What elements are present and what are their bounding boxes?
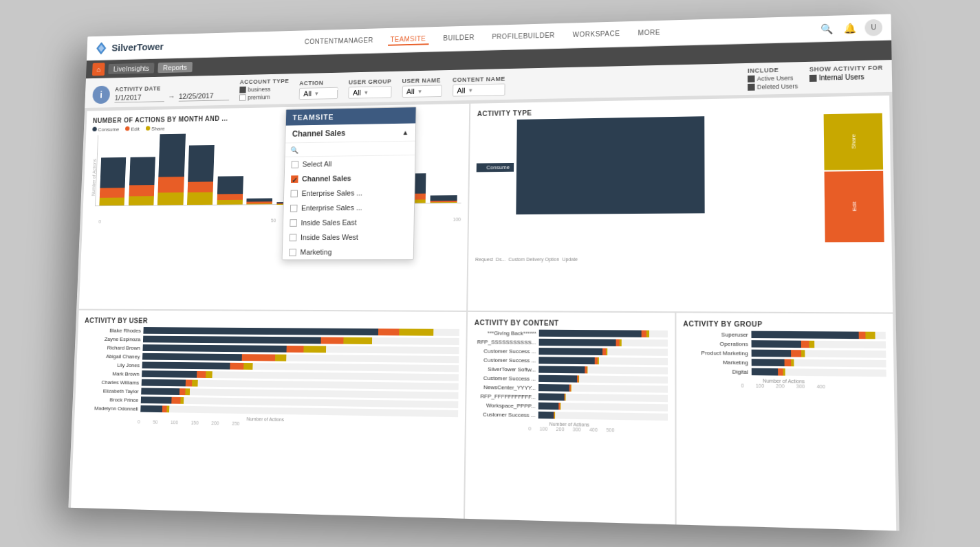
user-avatar[interactable]: U (864, 19, 882, 36)
select-all-checkbox (292, 161, 299, 168)
group-chart-title: ACTIVITY BY GROUP (683, 320, 885, 329)
share-seg (571, 385, 571, 392)
bar-track-7 (538, 393, 668, 402)
bar-label-9: Customer Success ... (473, 411, 536, 418)
bar-fill-4 (538, 366, 667, 374)
bar-label-4: Digital (683, 368, 748, 375)
bar-row-3: Customer Success ... (474, 356, 667, 365)
action-dropdown[interactable]: All ▼ (299, 87, 338, 100)
activity-type-x-labels: Request Ds... Custom Delivery Option Upd… (475, 256, 884, 262)
consume-seg (539, 339, 616, 346)
tab-content-inventory[interactable]: Content Inventory (153, 522, 219, 531)
bar-fill-2 (751, 350, 886, 358)
tab-prev-button[interactable]: ◀ (72, 521, 83, 531)
bar-row-5: Customer Success ... (474, 375, 668, 384)
date-separator: → (168, 93, 175, 102)
action-label: ACTION (299, 79, 338, 87)
search-icon[interactable]: 🔍 (818, 21, 834, 36)
dropdown-search-area: 🔍 (285, 142, 415, 157)
share-seg (399, 328, 434, 335)
content-name-arrow: ▼ (468, 87, 473, 93)
nav-more[interactable]: MORE (635, 27, 663, 40)
dropdown-item-inside-west[interactable]: Inside Sales West (283, 230, 413, 245)
premium-checkbox[interactable] (239, 94, 246, 101)
bar-track-3 (142, 353, 459, 363)
consume-seg (142, 353, 242, 361)
deleted-users-checkbox[interactable] (748, 84, 754, 91)
dropdown-item-enterprise2[interactable]: Enterprise Sales ... (283, 200, 414, 216)
edit-seg (642, 331, 647, 337)
bar-label-5: Customer Success ... (474, 375, 536, 381)
bar-track-1 (751, 340, 886, 348)
bar-label-0: Superuser (683, 331, 748, 338)
share-seg (620, 339, 622, 346)
date-from[interactable]: 1/1/2017 (114, 93, 164, 103)
nav-workspace[interactable]: WORKSPACE (570, 28, 623, 41)
consume-seg (143, 336, 321, 344)
dropdown-item-marketing[interactable]: Marketing (283, 244, 414, 259)
share-seg (783, 368, 785, 375)
tab-content-performance[interactable]: Content Performance (219, 524, 297, 531)
tab-team-activity[interactable]: Team Activity (355, 528, 410, 531)
inside-west-checkbox (290, 234, 297, 241)
tab-next-button[interactable]: ▶ (84, 522, 94, 531)
consume-seg (751, 368, 778, 376)
edit-segment (129, 185, 154, 197)
dropdown-selected[interactable]: Channel Sales ▲ (285, 123, 415, 143)
dropdown-item-inside-east[interactable]: Inside Sales East (283, 214, 414, 230)
content-name-label: CONTENT NAME (453, 76, 505, 83)
bar-group-11 (428, 129, 459, 203)
consume-seg (538, 384, 569, 392)
business-checkbox[interactable] (239, 87, 246, 93)
edit-seg (320, 337, 343, 344)
bar-group-3 (186, 133, 216, 205)
nav-profilebuilder[interactable]: PROFILEBUILDER (489, 30, 558, 43)
bar-track-5 (538, 375, 667, 383)
nav-contentmanager[interactable]: CONTENTMANAGER (302, 35, 376, 48)
user-group-filter: USER GROUP All ▼ (348, 78, 391, 99)
dropdown-item-enterprise1[interactable]: Enterprise Sales ... (284, 185, 415, 201)
at-label-ds: Ds... (496, 257, 505, 262)
content-name-filter: CONTENT NAME All ▼ (453, 76, 505, 97)
breadcrumb-liveinsights[interactable]: LiveInsights (108, 63, 154, 74)
internal-users-checkbox[interactable] (809, 74, 817, 81)
content-name-dropdown[interactable]: All ▼ (453, 84, 505, 97)
user-chart-title: ACTIVITY BY USER (85, 317, 459, 326)
edit-seg (197, 371, 206, 378)
user-chart-panel: ACTIVITY BY USER Blake RhodesZayne Espin… (71, 310, 466, 525)
channel-sales-label: Channel Sales (302, 174, 351, 182)
logo-icon (94, 41, 108, 55)
share-bar: Share (824, 113, 883, 170)
consume-seg (539, 330, 642, 337)
breadcrumb-reports[interactable]: Reports (157, 62, 192, 73)
dropdown-item-select-all[interactable]: Select All (285, 155, 415, 172)
dropdown-item-channel-sales[interactable]: ✓ Channel Sales (284, 170, 415, 186)
active-users-checkbox[interactable] (748, 76, 754, 82)
tab-livesend[interactable]: LiveSend Engagement (411, 529, 496, 531)
date-to[interactable]: 12/25/2017 (179, 91, 230, 102)
dropdown-search-input[interactable] (301, 144, 410, 154)
consume-segment (100, 157, 127, 188)
nav-teamsite[interactable]: TEAMSITE (388, 34, 429, 46)
active-users-row: Active Users (748, 74, 798, 82)
business-checkbox-row: business (239, 86, 289, 93)
tab-team-adoption[interactable]: Team Adoption (95, 520, 152, 531)
tab-content-audit[interactable]: Content Audit (298, 526, 353, 531)
bar-row-4: Digital (683, 368, 886, 377)
user-name-dropdown[interactable]: All ▼ (402, 85, 442, 98)
user-group-dropdown[interactable]: All ▼ (348, 86, 391, 99)
bar-label-9: Madelynn Odonnell (81, 405, 138, 412)
group-chart-panel: ACTIVITY BY GROUP SuperuserOperationsPro… (676, 313, 897, 531)
edit-seg (858, 332, 865, 339)
bar-track-2 (142, 344, 459, 354)
bar-label-4: SilverTower Softw... (474, 366, 536, 372)
bar-label-1: RFP_SSSSSSSSSSS... (474, 339, 536, 346)
dropdown-header: TEAMSITE (286, 107, 416, 125)
nav-builder[interactable]: BUILDER (440, 32, 477, 45)
notification-icon[interactable]: 🔔 (841, 20, 858, 36)
home-button[interactable]: ⌂ (92, 63, 105, 76)
action-value: All (303, 89, 312, 98)
bar-label-5: Mark Brown (83, 370, 140, 377)
bar-group-1 (127, 134, 157, 205)
enterprise2-checkbox (290, 204, 298, 212)
